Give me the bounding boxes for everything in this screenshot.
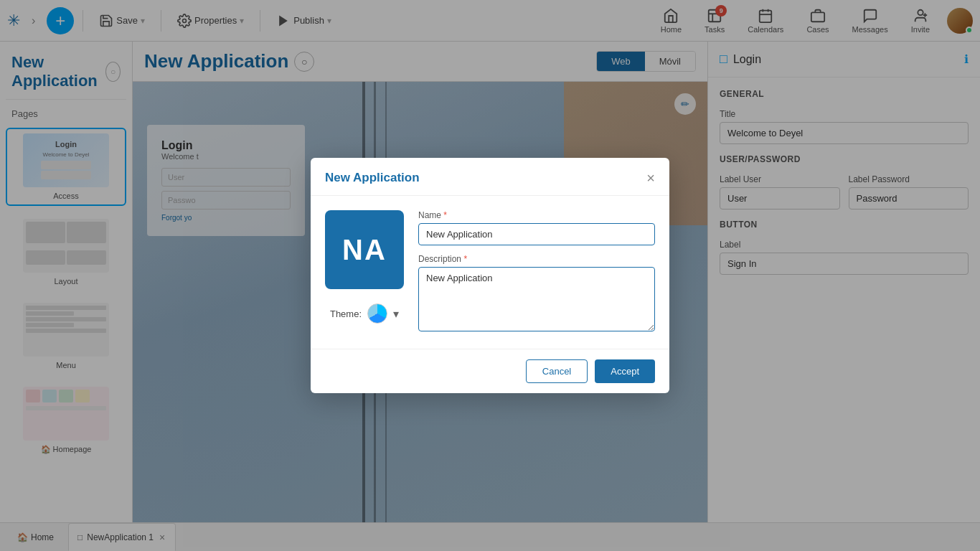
- theme-dropdown-button[interactable]: ▾: [393, 307, 399, 321]
- modal-header: New Application ×: [311, 158, 669, 196]
- modal-name-label: Name: [418, 210, 441, 220]
- modal-name-field: Name *: [418, 210, 655, 245]
- modal-description-field: Description * New Application: [418, 254, 655, 334]
- theme-color-picker[interactable]: [367, 303, 387, 324]
- modal-icon-text: NA: [342, 234, 387, 266]
- modal-name-input[interactable]: [418, 223, 655, 245]
- modal-theme-row: Theme: ▾: [330, 303, 399, 324]
- modal-app-icon: NA: [325, 210, 404, 289]
- modal-body: NA Theme: ▾ Name *: [311, 196, 669, 349]
- new-application-modal: New Application × NA Theme: ▾: [311, 158, 669, 393]
- name-required-indicator: *: [443, 210, 447, 220]
- modal-description-label: Description: [418, 254, 461, 264]
- modal-overlay: New Application × NA Theme: ▾: [0, 0, 980, 551]
- modal-left: NA Theme: ▾: [325, 210, 404, 334]
- theme-label: Theme:: [330, 309, 362, 319]
- chevron-down-icon: ▾: [393, 308, 399, 320]
- modal-description-textarea[interactable]: New Application: [418, 267, 655, 331]
- modal-footer: Cancel Accept: [311, 349, 669, 393]
- cancel-button[interactable]: Cancel: [526, 359, 588, 383]
- modal-form: Name * Description * New Application: [418, 210, 655, 334]
- modal-title: New Application: [325, 171, 420, 185]
- accept-button[interactable]: Accept: [595, 359, 655, 383]
- desc-required-indicator: *: [463, 254, 467, 264]
- modal-close-button[interactable]: ×: [646, 171, 655, 185]
